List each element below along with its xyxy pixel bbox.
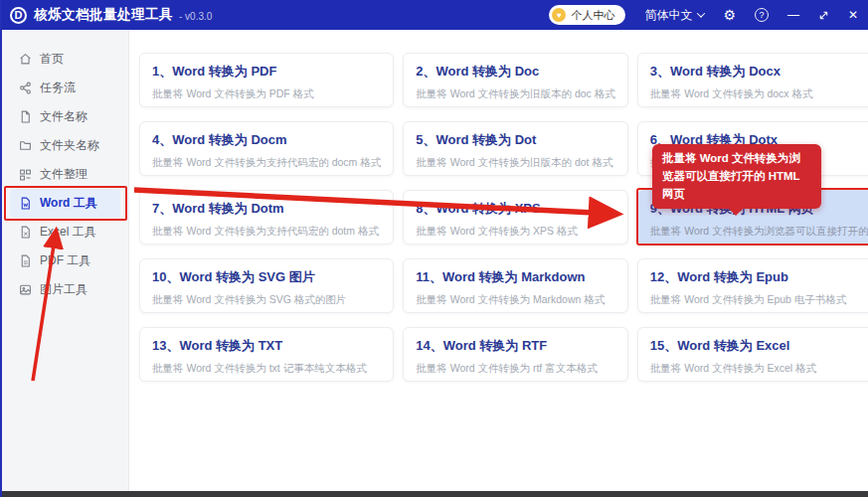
tool-card-word-to-doc[interactable]: 2、Word 转换为 Doc 批量将 Word 文件转换为旧版本的 doc 格式 (403, 53, 628, 107)
card-title: 13、Word 转换为 TXT (152, 337, 381, 355)
titlebar: D 核烁文档批量处理工具 - v0.3.0 ♥ 个人中心 简体中文 ⚙ ? — … (2, 0, 868, 30)
sidebar-item-label: 文件夹名称 (40, 137, 99, 154)
language-select[interactable]: 简体中文 (644, 7, 704, 24)
sidebar-item-filename[interactable]: 文件名称 (10, 102, 120, 131)
app-window: D 核烁文档批量处理工具 - v0.3.0 ♥ 个人中心 简体中文 ⚙ ? — … (0, 0, 868, 497)
excel-file-icon (18, 226, 32, 240)
word-file-icon (18, 197, 32, 211)
tool-card-word-to-markdown[interactable]: 11、Word 转换为 Markdown 批量将 Word 文件转换为 Mark… (403, 258, 628, 313)
card-desc: 批量将 Word 文件转换为旧版本的 doc 格式 (416, 87, 615, 101)
tool-card-word-to-xps[interactable]: 8、Word 转换为 XPS 批量将 Word 文件转换为 XPS 格式 (403, 190, 628, 245)
card-desc: 批量将 Word 文件转换为 Markdown 格式 (416, 293, 615, 307)
card-title: 1、Word 转换为 PDF (152, 63, 381, 81)
sidebar-item-fileorganize[interactable]: 文件整理 (10, 160, 120, 189)
chevron-down-icon (697, 9, 705, 17)
card-desc: 批量将 Word 文件转换为 txt 记事本纯文本格式 (152, 362, 381, 376)
tool-card-word-to-docx[interactable]: 3、Word 转换为 Docx 批量将 Word 文件转换为 docx 格式 (637, 53, 868, 107)
app-logo-icon: D (10, 7, 27, 24)
tool-card-word-to-txt[interactable]: 13、Word 转换为 TXT 批量将 Word 文件转换为 txt 记事本纯文… (139, 327, 394, 382)
window-bottom-edge (2, 491, 868, 497)
sidebar-item-label: 文件名称 (40, 108, 87, 125)
app-title: 核烁文档批量处理工具 (34, 6, 173, 24)
tool-card-word-to-rtf[interactable]: 14、Word 转换为 RTF 批量将 Word 文件转换为 rtf 富文本格式 (403, 327, 628, 382)
flow-share-icon (18, 82, 32, 95)
tool-card-word-to-dotm[interactable]: 7、Word 转换为 Dotm 批量将 Word 文件转换为支持代码宏的 dot… (139, 190, 394, 245)
card-desc: 批量将 Word 文件转换为 docx 格式 (650, 87, 868, 101)
tool-card-word-to-pdf[interactable]: 1、Word 转换为 PDF 批量将 Word 文件转换为 PDF 格式 (139, 53, 394, 107)
sidebar-item-label: 任务流 (40, 80, 76, 96)
sidebar-item-label: Excel 工具 (40, 224, 96, 241)
user-center-button[interactable]: ♥ 个人中心 (549, 5, 625, 25)
card-desc: 批量将 Word 文件转换为旧版本的 dot 格式 (416, 156, 615, 170)
sidebar-item-taskflow[interactable]: 任务流 (10, 74, 120, 102)
user-center-label: 个人中心 (571, 8, 614, 23)
sidebar-item-label: PDF 工具 (40, 252, 90, 269)
card-title: 14、Word 转换为 RTF (416, 337, 615, 355)
card-desc: 批量将 Word 文件转换为 PDF 格式 (152, 87, 381, 101)
tool-card-grid: 1、Word 转换为 PDF 批量将 Word 文件转换为 PDF 格式 2、W… (139, 53, 868, 382)
image-icon (18, 283, 32, 297)
card-desc: 批量将 Word 文件转换为 rtf 富文本格式 (416, 362, 615, 376)
card-title: 4、Word 转换为 Docm (152, 131, 381, 149)
card-title: 5、Word 转换为 Dot (416, 131, 615, 149)
maximize-icon (818, 10, 829, 21)
sidebar-item-label: Word 工具 (40, 195, 97, 212)
sidebar-item-foldername[interactable]: 文件夹名称 (10, 131, 120, 160)
card-title: 7、Word 转换为 Dotm (152, 200, 381, 218)
card-title: 12、Word 转换为 Epub (650, 268, 868, 286)
help-icon[interactable]: ? (755, 8, 769, 22)
card-title: 2、Word 转换为 Doc (416, 63, 615, 81)
card-title: 11、Word 转换为 Markdown (416, 268, 615, 286)
card-desc: 批量将 Word 文件转换为浏览器可以直接打开的 HTML 网页 (650, 225, 868, 239)
sidebar-item-excel-tools[interactable]: Excel 工具 (10, 218, 120, 247)
organize-icon (18, 168, 32, 182)
tool-card-word-to-dot[interactable]: 5、Word 转换为 Dot 批量将 Word 文件转换为旧版本的 dot 格式 (403, 121, 628, 176)
main-content: 1、Word 转换为 PDF 批量将 Word 文件转换为 PDF 格式 2、W… (129, 30, 868, 491)
pdf-file-icon (18, 254, 32, 268)
card-title: 10、Word 转换为 SVG 图片 (152, 268, 381, 286)
card-title: 15、Word 转换为 Excel (650, 337, 868, 355)
card-title: 8、Word 转换为 XPS (416, 200, 615, 218)
tool-card-word-to-svg[interactable]: 10、Word 转换为 SVG 图片 批量将 Word 文件转换为 SVG 格式… (139, 258, 394, 313)
card-title: 3、Word 转换为 Docx (650, 63, 868, 81)
card-desc: 批量将 Word 文件转换为 XPS 格式 (416, 225, 615, 239)
minimize-button[interactable]: — (787, 9, 799, 21)
annotation-tooltip: 批量将 Word 文件转换为浏览器可以直接打开的 HTML 网页 (652, 144, 821, 209)
window-body: 首页 任务流 文件名称 文件夹名称 文件整理 Word 工具 (2, 30, 868, 491)
sidebar-item-pdf-tools[interactable]: PDF 工具 (10, 247, 120, 275)
sidebar-item-word-tools[interactable]: Word 工具 (10, 189, 120, 218)
app-version: - v0.3.0 (179, 11, 212, 22)
file-rename-icon (18, 110, 32, 124)
sidebar-item-home[interactable]: 首页 (10, 45, 120, 74)
sidebar-item-label: 图片工具 (40, 281, 87, 298)
card-desc: 批量将 Word 文件转换为 Excel 格式 (650, 362, 868, 376)
sidebar-item-label: 文件整理 (40, 166, 87, 183)
home-icon (18, 53, 32, 67)
sidebar-item-label: 首页 (40, 51, 64, 68)
tool-card-word-to-epub[interactable]: 12、Word 转换为 Epub 批量将 Word 文件转换为 Epub 电子书… (637, 258, 868, 313)
sidebar-item-image-tools[interactable]: 图片工具 (10, 275, 120, 304)
tool-card-word-to-docm[interactable]: 4、Word 转换为 Docm 批量将 Word 文件转换为支持代码宏的 doc… (139, 121, 394, 176)
close-button[interactable]: ✕ (848, 9, 858, 21)
settings-gear-icon[interactable]: ⚙ (723, 8, 736, 22)
maximize-button[interactable] (818, 10, 829, 21)
titlebar-controls: ♥ 个人中心 简体中文 ⚙ ? — ✕ (549, 5, 858, 25)
folder-icon (18, 139, 32, 153)
card-desc: 批量将 Word 文件转换为 Epub 电子书格式 (650, 293, 868, 307)
vip-badge-icon: ♥ (552, 8, 566, 22)
card-desc: 批量将 Word 文件转换为支持代码宏的 dotm 格式 (152, 225, 381, 239)
language-label: 简体中文 (644, 7, 692, 24)
sidebar: 首页 任务流 文件名称 文件夹名称 文件整理 Word 工具 (2, 30, 129, 491)
tool-card-word-to-excel[interactable]: 15、Word 转换为 Excel 批量将 Word 文件转换为 Excel 格… (637, 327, 868, 382)
card-desc: 批量将 Word 文件转换为 SVG 格式的图片 (152, 293, 381, 307)
card-desc: 批量将 Word 文件转换为支持代码宏的 docm 格式 (152, 156, 381, 170)
